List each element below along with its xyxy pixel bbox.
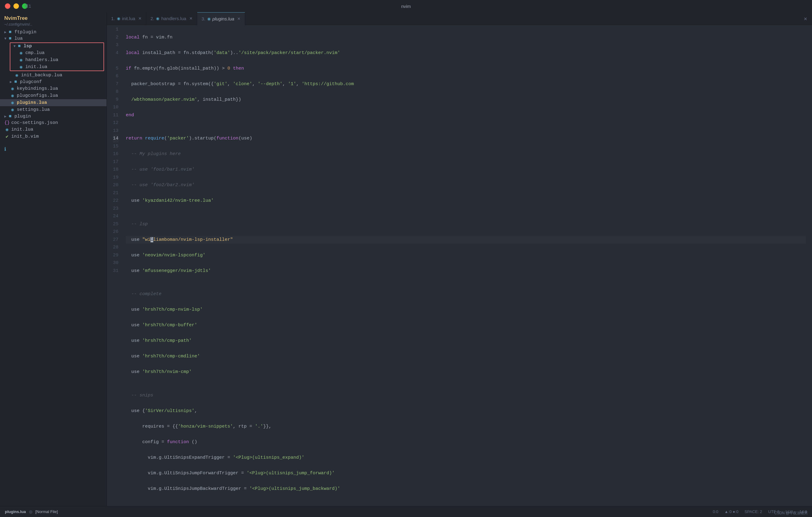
code-line-29: vim.g.UltiSnipsExpandTrigger = '<Plug>(u…	[126, 454, 806, 462]
code-line-26: use {'SirVer/ultisnips',	[126, 407, 806, 415]
tab-file-icon: ◉	[117, 16, 120, 21]
folder-icon: ■	[13, 79, 18, 85]
tab-handlers-lua[interactable]: 2. ◉ handlers.lua ✕	[146, 12, 197, 25]
lua-file-icon: ◉	[18, 50, 24, 56]
tree-label: lsp	[24, 43, 32, 49]
tab-close-button[interactable]: ✕	[237, 17, 240, 21]
editor-area: 1. ◉ init.lua ✕ 2. ◉ handlers.lua ✕ 3. ◉…	[107, 12, 812, 506]
tree-item-plugins-lua[interactable]: ◉ plugins.lua	[0, 99, 107, 106]
tree-label: init.lua	[25, 64, 47, 69]
lua-file-icon: ◉	[10, 100, 15, 105]
sidebar-subtitle: ~/.config/nvim/..	[0, 22, 107, 29]
lua-file-icon: ◉	[14, 72, 20, 78]
code-line-27: requires = {{'honza/vim-snippets', rtp =…	[126, 423, 806, 431]
code-line-15: use 'neovim/nvim-lspconfig'	[126, 251, 806, 260]
shortcut-label: ⌘1	[24, 4, 31, 8]
code-editor[interactable]: 1 2 3 4 5 6 7 8 9 10 11 12 13 14 15 16 1…	[107, 25, 812, 506]
tab-name: handlers.lua	[161, 16, 186, 21]
tab-file-icon: ◉	[207, 17, 211, 21]
code-line-16: use 'mfussenegger/nvim-jdtls'	[126, 267, 806, 275]
tab-name: plugins.lua	[212, 16, 234, 21]
tree-label: coc-settings.json	[11, 120, 58, 125]
status-filename: plugins.lua	[5, 509, 26, 514]
tab-file-icon: ◉	[156, 16, 160, 21]
close-button[interactable]	[5, 3, 10, 9]
tree-label: cmp.lua	[25, 50, 45, 56]
titlebar: ⌘1 nvim	[0, 0, 812, 12]
tree-label: lua	[14, 36, 23, 41]
lua-file-icon: ◉	[10, 86, 15, 92]
code-line-4a: packer_bootstrap = fn.system({'git', 'cl…	[126, 80, 806, 88]
code-line-11: use 'kyazdani42/nvim-tree.lua'	[126, 197, 806, 205]
sidebar: NvimTree ~/.config/nvim/.. ▶ ■ ftplugin …	[0, 12, 107, 506]
tab-plugins-lua[interactable]: 3. ◉ plugins.lua ✕	[197, 12, 245, 25]
tree-item-settings[interactable]: ◉ settings.lua	[0, 106, 107, 113]
lua-file-icon: ◉	[18, 64, 24, 70]
code-line-10: -- use 'foo2/bar2.nvim'	[126, 181, 806, 189]
sidebar-title: NvimTree	[0, 12, 107, 22]
tree-item-init-lua-lsp[interactable]: ◉ init.lua	[10, 63, 104, 70]
tree-item-plugconfigs[interactable]: ◉ plugconfigs.lua	[0, 92, 107, 99]
credit-label: CSDN @午夜淡猪男	[774, 511, 808, 516]
file-tree[interactable]: ▶ ■ ftplugin ▼ ■ lua ▼ ■ lsp ◉	[0, 29, 107, 506]
code-line-28: config = function ()	[126, 438, 806, 446]
tree-item-init-lua-root[interactable]: ◉ init.lua	[0, 126, 107, 133]
tree-item-lsp[interactable]: ▼ ■ lsp	[10, 43, 104, 50]
tree-label: keybindings.lua	[17, 86, 58, 91]
tree-item-handlers-lua[interactable]: ◉ handlers.lua	[10, 57, 104, 63]
tab-number: 3.	[201, 16, 205, 21]
code-line-22: use 'hrsh7th/cmp-cmdline'	[126, 353, 806, 360]
chevron-right-icon: ▶	[4, 30, 6, 34]
tree-item-plugin[interactable]: ▶ ■ plugin	[0, 113, 107, 120]
code-line-25: -- snips	[126, 392, 806, 399]
code-line-13: -- lsp	[126, 220, 806, 228]
code-line-18: -- complete	[126, 290, 806, 298]
tree-item-cmp-lua[interactable]: ◉ cmp.lua	[10, 50, 104, 57]
tab-close-button[interactable]: ✕	[189, 16, 193, 21]
tree-label: plugin	[14, 114, 31, 119]
window-title: nvim	[401, 4, 411, 9]
lua-file-icon: ◉	[10, 107, 15, 113]
code-line-8: -- My plugins here	[126, 150, 806, 158]
tree-item-lua[interactable]: ▼ ■ lua	[0, 35, 107, 42]
code-line-21: use 'hrsh7th/cmp-path'	[126, 337, 806, 345]
tab-number: 1.	[111, 16, 115, 21]
tree-label: init.lua	[11, 127, 33, 132]
tree-item-keybindings[interactable]: ◉ keybindings.lua	[0, 85, 107, 92]
tree-item-init-backup[interactable]: ◉ init_backup.lua	[0, 72, 107, 79]
tree-item-init-vim[interactable]: ✔ init_b.vim	[0, 133, 107, 140]
status-delta: ▲:0 ●:0	[724, 509, 738, 514]
info-icon: ℹ	[4, 147, 6, 152]
folder-icon: ■	[7, 36, 13, 41]
status-pos: 0:0	[713, 509, 718, 514]
minimize-button[interactable]	[13, 3, 19, 9]
code-text[interactable]: local fn = vim.fn local install_path = f…	[123, 25, 812, 506]
folder-icon: ■	[7, 30, 13, 35]
tree-item-plugconf[interactable]: ▶ ■ plugconf	[0, 79, 107, 85]
folder-icon: ■	[17, 43, 22, 49]
tab-init-lua[interactable]: 1. ◉ init.lua ✕	[107, 12, 146, 25]
line-numbers: 1 2 3 4 5 6 7 8 9 10 11 12 13 14 15 16 1…	[107, 25, 123, 506]
editor-close-button[interactable]: ✕	[799, 15, 812, 22]
lsp-folder-box: ▼ ■ lsp ◉ cmp.lua ◉ handlers.lua ◉ init	[10, 42, 104, 71]
json-file-icon: {}	[4, 120, 10, 125]
tree-label: ftplugin	[14, 30, 36, 35]
sidebar-info-area: ℹ	[0, 140, 107, 152]
tree-label: plugins.lua	[17, 100, 47, 105]
tree-item-coc-settings[interactable]: {} coc-settings.json	[0, 120, 107, 126]
chevron-right-icon: ▶	[4, 114, 6, 119]
tree-label: init_backup.lua	[21, 73, 62, 78]
tree-item-ftplugin[interactable]: ▶ ■ ftplugin	[0, 29, 107, 35]
code-line-20: use 'hrsh7th/cmp-buffer'	[126, 322, 806, 329]
tab-close-button[interactable]: ✕	[138, 16, 142, 21]
code-line-7: return require('packer').startup(functio…	[126, 134, 806, 143]
tree-label: plugconfigs.lua	[17, 93, 58, 98]
tree-label: plugconf	[20, 79, 42, 85]
code-line-2: local install_path = fn.stdpath('data').…	[126, 49, 806, 57]
tree-label: init_b.vim	[11, 134, 39, 139]
chevron-down-icon: ▼	[4, 37, 6, 41]
tree-label: settings.lua	[17, 107, 50, 112]
tab-number: 2.	[150, 16, 154, 21]
status-bar: plugins.lua ◎ [Normal File] 0:0 ▲:0 ●:0 …	[0, 506, 812, 517]
code-line-14: use "williamboman/nvim-lsp-installer"	[126, 236, 806, 244]
